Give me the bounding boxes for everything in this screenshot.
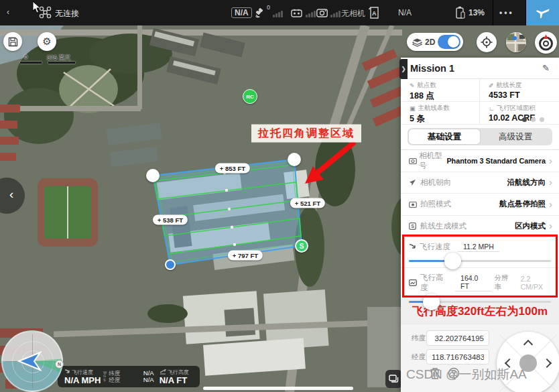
altitude-slider-row: 飞行高度 164.0 FT 分辨率 2.2 CM/PX bbox=[401, 268, 559, 299]
tab-basic-settings[interactable]: 基础设置 bbox=[409, 129, 480, 144]
map-preview-button[interactable] bbox=[506, 32, 526, 52]
mission-panel: Mission 1 ✎ ✎航点数 188 点 ✐航线长度 4533 FT ▣主航… bbox=[401, 58, 559, 392]
telemetry-bar: 飞行速度 N/A MPH WGS 纬度N/A 经度N/A 飞行高度 N/A FT bbox=[58, 366, 200, 387]
telemetry-speed-value: N/A MPH bbox=[64, 376, 103, 385]
telemetry-alt-value: N/A FT bbox=[160, 376, 196, 385]
setting-photo-mode[interactable]: 拍照模式 航点悬停拍照› bbox=[401, 194, 559, 216]
corner-handle-topright[interactable] bbox=[288, 153, 301, 166]
speed-slider-row: 飞行速度 11.2 MPH bbox=[401, 237, 559, 268]
map-mode-pill: 2D bbox=[407, 33, 463, 51]
chevron-right-icon: › bbox=[549, 222, 552, 229]
edge-length-left: + 538 FT bbox=[153, 215, 188, 225]
mission-title: Mission 1 bbox=[410, 63, 454, 74]
route-mode-icon: S bbox=[409, 222, 416, 230]
altitude-slider[interactable] bbox=[409, 301, 551, 303]
chevron-right-icon: › bbox=[549, 201, 552, 208]
camera-status-text: 无相机 bbox=[341, 8, 365, 19]
resolution-value: 2.2 CM/PX bbox=[521, 275, 551, 291]
speed-slider-knob[interactable] bbox=[444, 253, 461, 269]
more-menu-button[interactable]: ••• bbox=[499, 8, 514, 17]
connection-status: 无连接 bbox=[55, 8, 79, 19]
camera-status-icon bbox=[316, 9, 328, 17]
telemetry-lng-value: N/A bbox=[143, 377, 154, 383]
overlay-panels-button[interactable] bbox=[385, 370, 402, 388]
stat-waypoints: ✎航点数 188 点 bbox=[401, 79, 480, 102]
edge-length-top: + 853 FT bbox=[215, 164, 250, 174]
camera-icon bbox=[409, 157, 417, 164]
chevron-right-icon: › bbox=[549, 157, 552, 164]
altitude-icon bbox=[409, 279, 417, 286]
waypoint-icon: ✎ bbox=[410, 82, 415, 89]
map-settings-button[interactable]: ⚙ bbox=[38, 32, 56, 51]
gps-signal-bars bbox=[273, 11, 283, 17]
north-badge: N bbox=[55, 360, 64, 369]
takeoff-button[interactable] bbox=[526, 0, 559, 25]
setting-camera-model[interactable]: 相机型号 Phantom 3 Standard Camera› bbox=[401, 150, 559, 172]
wgs-label: WGS bbox=[103, 371, 107, 383]
rc-home-marker[interactable]: RC bbox=[243, 89, 257, 104]
speed-icon bbox=[409, 243, 416, 251]
mission-header: Mission 1 ✎ bbox=[401, 58, 559, 79]
compass-icon bbox=[538, 34, 554, 51]
map-scale-bar: 0 375 英尺 bbox=[20, 54, 80, 64]
stat-main-lines: ▣主航线条数 5 条 bbox=[401, 102, 480, 125]
svg-text:S: S bbox=[411, 224, 414, 228]
altitude-slider-knob[interactable] bbox=[423, 293, 440, 310]
mission-stats: ✎航点数 188 点 ✐航线长度 4533 FT ▣主航线条数 5 条 ∟飞行区… bbox=[401, 79, 559, 125]
area-ruler-icon: ∟ bbox=[489, 105, 495, 112]
tab-advanced-settings[interactable]: 高级设置 bbox=[480, 129, 551, 144]
annotation-label: 拉托四角调整区域 bbox=[251, 125, 361, 143]
crosshair-icon bbox=[481, 36, 493, 48]
locate-button[interactable] bbox=[477, 32, 497, 52]
edge-length-right: + 521 FT bbox=[290, 198, 325, 208]
back-button[interactable]: ‹ bbox=[7, 1, 9, 23]
panel-collapse-tab[interactable]: ❯ bbox=[399, 59, 408, 79]
csdn-watermark: CSDN @一别如斯AA bbox=[406, 366, 559, 383]
left-collapse-button[interactable]: ‹ bbox=[0, 178, 25, 214]
camera-signal-bars bbox=[330, 11, 340, 17]
map-thumbnail bbox=[506, 32, 526, 52]
setting-camera-orientation[interactable]: 相机朝向 沿航线方向› bbox=[401, 172, 559, 194]
compass-button[interactable] bbox=[535, 31, 557, 54]
home-indicator[interactable] bbox=[203, 387, 353, 390]
gps-mode-badge: N/A bbox=[231, 7, 252, 18]
save-icon bbox=[8, 37, 18, 47]
setting-route-mode[interactable]: S 航线生成模式 区内模式› bbox=[401, 216, 559, 238]
chevron-left-icon: ‹ bbox=[9, 187, 13, 202]
app-root: + 853 FT + 521 FT + 538 FT + 797 FT S RC… bbox=[0, 0, 559, 392]
drone-heading-arrow bbox=[1, 330, 63, 392]
route-length-icon: ✐ bbox=[489, 82, 494, 89]
stat-route-length: ✐航线长度 4533 FT bbox=[480, 79, 559, 102]
gear-icon: ⚙ bbox=[42, 36, 51, 48]
drone-icon bbox=[39, 6, 52, 19]
edit-mission-icon[interactable]: ✎ bbox=[542, 63, 550, 73]
rc-signal-bars bbox=[306, 11, 316, 17]
latitude-input[interactable] bbox=[426, 330, 489, 346]
corner-handle-bottomleft[interactable] bbox=[165, 259, 176, 270]
longitude-input[interactable] bbox=[426, 349, 489, 365]
layers-icon bbox=[412, 38, 422, 47]
satellite-count: 0 bbox=[267, 4, 270, 11]
nudge-up-icon[interactable] bbox=[523, 340, 533, 349]
photo-mode-icon bbox=[409, 201, 417, 208]
settings-tabs-wrap: 基础设置 高级设置 bbox=[401, 125, 559, 150]
map-2d-toggle[interactable] bbox=[438, 35, 460, 49]
battery-percent: 13% bbox=[469, 8, 485, 17]
stats-page-dots[interactable] bbox=[522, 117, 544, 122]
remote-controller-icon bbox=[291, 8, 302, 17]
battery-icon bbox=[454, 6, 465, 19]
stacked-windows-icon bbox=[389, 375, 399, 384]
corner-handle-topleft[interactable] bbox=[146, 169, 160, 182]
altitude-value-field[interactable]: 164.0 FT bbox=[455, 274, 491, 291]
top-status-bar: ‹ 无连接 N/A 0 bbox=[0, 0, 559, 25]
svg-text:A: A bbox=[372, 10, 377, 17]
start-point-handle[interactable]: S bbox=[295, 239, 308, 253]
altitude-icon bbox=[160, 369, 166, 375]
flight-assistant-value: N/A bbox=[398, 8, 412, 17]
attitude-compass-gauge: N bbox=[1, 330, 63, 392]
speed-value-field[interactable]: 11.2 MPH bbox=[458, 243, 499, 252]
speed-slider[interactable] bbox=[409, 260, 551, 262]
save-mission-button[interactable] bbox=[3, 32, 22, 51]
speed-icon bbox=[64, 369, 70, 375]
edge-length-bottom: + 797 FT bbox=[228, 251, 263, 261]
